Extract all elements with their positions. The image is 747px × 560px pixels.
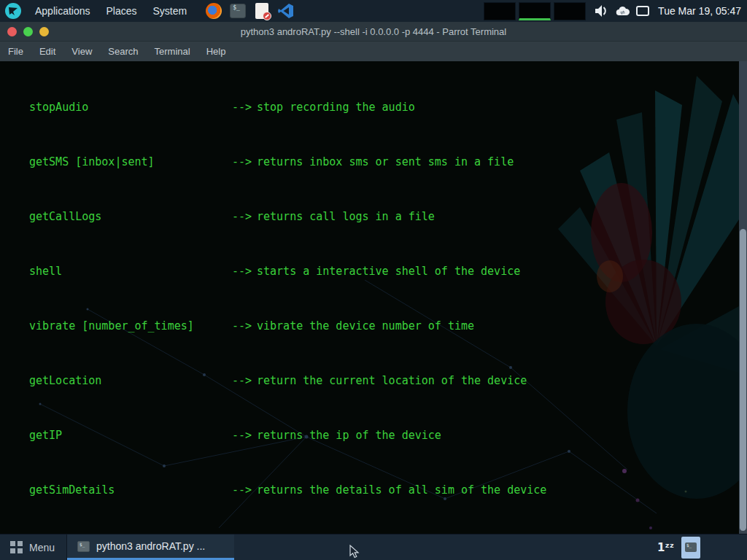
- vscode-launcher-icon[interactable]: [277, 2, 295, 20]
- arrow-glyph: -->: [232, 317, 257, 335]
- menu-file[interactable]: File: [0, 42, 31, 61]
- command-name: getSMS [inbox|sent]: [29, 153, 232, 171]
- command-list-row: getSimDetails-->returns the details of a…: [1, 481, 737, 499]
- command-name: getLocation: [29, 372, 232, 390]
- taskbar-menu-button[interactable]: Menu: [0, 534, 66, 560]
- command-list-row: getCallLogs-->returns call logs in a fil…: [1, 208, 737, 226]
- window-title: python3 androRAT.py --shell -i 0.0.0.0 -…: [0, 22, 747, 42]
- menu-view[interactable]: View: [63, 42, 100, 61]
- arrow-glyph: -->: [232, 427, 257, 445]
- window-titlebar: python3 androRAT.py --shell -i 0.0.0.0 -…: [0, 22, 747, 42]
- workspace-switcher: [484, 2, 586, 20]
- active-window-list-button[interactable]: $_: [681, 537, 700, 559]
- command-description: returns inbox sms or sent sms in a file: [257, 153, 737, 171]
- menu-help[interactable]: Help: [198, 42, 234, 61]
- command-name: shell: [29, 262, 232, 281]
- terminal-scrollbar[interactable]: [739, 61, 747, 534]
- arrow-glyph: -->: [232, 262, 257, 281]
- command-description: returns call logs in a file: [257, 208, 737, 226]
- taskbar-window-button-terminal[interactable]: $_ python3 androRAT.py ...: [67, 534, 234, 560]
- menu-search[interactable]: Search: [100, 42, 146, 61]
- arrow-glyph: -->: [232, 372, 257, 390]
- taskbar-window-label: python3 androRAT.py ...: [96, 540, 205, 552]
- arrow-glyph: -->: [232, 481, 257, 499]
- arrow-glyph: -->: [232, 98, 257, 117]
- terminal-icon: $_: [77, 541, 90, 552]
- terminal-output: stopAudio-->stop recording the audio get…: [1, 62, 737, 534]
- scrollbar-thumb[interactable]: [740, 229, 746, 531]
- taskbar: Menu $_ python3 androRAT.py ... 1ᶻᶻ $_: [0, 534, 747, 560]
- menu-grid-icon: [10, 541, 23, 553]
- panel-launchers: $_: [205, 2, 295, 20]
- menu-edit[interactable]: Edit: [31, 42, 63, 61]
- menu-button-label: Menu: [29, 542, 55, 553]
- workspace-1[interactable]: [484, 2, 516, 20]
- command-name: stopAudio: [29, 98, 232, 117]
- workspace-indicator-icon[interactable]: 1ᶻᶻ: [657, 541, 674, 554]
- command-list-row: getSMS [inbox|sent]-->returns inbox sms …: [1, 153, 737, 171]
- panel-clock[interactable]: Tue Mar 19, 05:47: [655, 5, 747, 17]
- command-name: vibrate [number_of_times]: [29, 317, 232, 335]
- command-list-row: shell-->starts a interactive shell of th…: [1, 262, 737, 281]
- command-list-row: getIP-->returns the ip of the device: [1, 427, 737, 445]
- cloud-sync-icon[interactable]: [616, 6, 630, 17]
- top-panel: Applications Places System $_: [0, 0, 747, 22]
- terminal-screen[interactable]: stopAudio-->stop recording the audio get…: [0, 61, 747, 534]
- text-editor-launcher-icon[interactable]: [253, 2, 271, 20]
- panel-right-area: Tue Mar 19, 05:47: [484, 0, 747, 22]
- command-name: getIP: [29, 427, 232, 445]
- display-icon[interactable]: [636, 6, 649, 16]
- panel-menu-places[interactable]: Places: [98, 0, 145, 22]
- parrot-os-logo-icon[interactable]: [5, 3, 21, 19]
- workspace-2-active[interactable]: [519, 2, 551, 20]
- arrow-glyph: -->: [232, 208, 257, 226]
- terminal-launcher-icon[interactable]: $_: [229, 2, 247, 20]
- mouse-cursor: [349, 545, 361, 559]
- taskbar-right-area: 1ᶻᶻ $_: [657, 537, 747, 559]
- command-list-row: stopAudio-->stop recording the audio: [1, 98, 737, 117]
- desktop: Applications Places System $_: [0, 0, 747, 560]
- command-list-row: vibrate [number_of_times]-->vibrate the …: [1, 317, 737, 335]
- panel-menu-applications[interactable]: Applications: [27, 0, 98, 22]
- command-description: starts a interactive shell of the device: [257, 262, 737, 281]
- command-name: getCallLogs: [29, 208, 232, 226]
- terminal-icon: $_: [685, 542, 697, 552]
- firefox-launcher-icon[interactable]: [205, 2, 222, 20]
- command-description: returns the details of all sim of the de…: [257, 481, 737, 499]
- command-list-row: getLocation-->return the current locatio…: [1, 372, 737, 390]
- arrow-glyph: -->: [232, 153, 257, 171]
- terminal-menubar: File Edit View Search Terminal Help: [0, 42, 747, 61]
- volume-icon[interactable]: [595, 4, 610, 18]
- command-description: vibrate the device number of time: [257, 317, 737, 335]
- workspace-3[interactable]: [554, 2, 586, 20]
- system-tray: [595, 4, 649, 18]
- command-description: return the current location of the devic…: [257, 372, 737, 390]
- command-description: stop recording the audio: [257, 98, 737, 117]
- command-description: returns the ip of the device: [257, 427, 737, 445]
- panel-menu-system[interactable]: System: [145, 0, 196, 22]
- menu-terminal[interactable]: Terminal: [147, 42, 198, 61]
- command-name: getSimDetails: [29, 481, 232, 499]
